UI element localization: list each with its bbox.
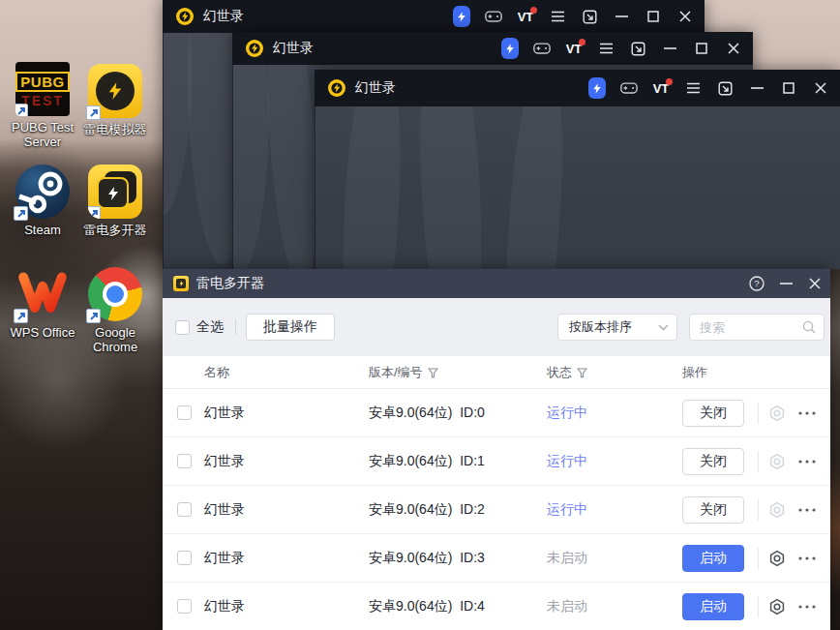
start-stop-button[interactable]: 启动 bbox=[682, 593, 744, 620]
ldplayer-logo-icon bbox=[245, 39, 264, 58]
gamepad-icon[interactable] bbox=[620, 77, 638, 99]
vt-indicator[interactable]: VT bbox=[517, 6, 534, 27]
shortcut-arrow-icon bbox=[86, 105, 101, 120]
more-options-icon[interactable] bbox=[797, 550, 819, 567]
close-icon[interactable] bbox=[807, 274, 823, 293]
sort-dropdown[interactable]: 按版本排序 bbox=[557, 314, 677, 341]
boost-icon[interactable] bbox=[453, 6, 470, 27]
desktop-icon-ld-multi[interactable]: 雷电多开器 bbox=[73, 165, 158, 237]
toolbar-divider bbox=[235, 319, 236, 335]
filter-icon[interactable] bbox=[577, 368, 587, 378]
shortcut-arrow-icon bbox=[15, 104, 28, 116]
boost-icon[interactable] bbox=[588, 77, 606, 99]
close-icon[interactable] bbox=[812, 77, 829, 99]
row-checkbox[interactable] bbox=[177, 405, 192, 420]
lightning-icon bbox=[97, 177, 129, 209]
shrink-window-icon[interactable] bbox=[716, 77, 734, 99]
instance-version: 安卓9.0(64位) ID:4 bbox=[369, 583, 485, 630]
row-checkbox[interactable] bbox=[177, 551, 192, 565]
instance-status: 未启动 bbox=[547, 583, 587, 630]
manager-toolbar: 全选 批量操作 按版本排序 bbox=[163, 298, 830, 356]
instance-version: 安卓9.0(64位) ID:0 bbox=[369, 389, 485, 437]
settings-gear-icon[interactable] bbox=[768, 550, 786, 567]
settings-gear-icon[interactable] bbox=[768, 501, 786, 519]
window-title: 幻世录 bbox=[273, 40, 314, 57]
start-stop-button[interactable]: 关闭 bbox=[682, 400, 744, 427]
vt-indicator[interactable]: VT bbox=[652, 77, 670, 99]
row-checkbox[interactable] bbox=[177, 502, 192, 517]
instance-name: 幻世录 bbox=[204, 389, 245, 437]
menu-icon[interactable] bbox=[597, 38, 615, 59]
emulator-titlebar[interactable]: 幻世录 VT bbox=[315, 70, 840, 106]
start-stop-button[interactable]: 启动 bbox=[682, 545, 744, 572]
instance-status: 运行中 bbox=[547, 437, 587, 486]
emulator-content[interactable] bbox=[315, 106, 840, 269]
search-icon bbox=[802, 320, 816, 334]
row-checkbox[interactable] bbox=[177, 454, 192, 468]
instance-version: 安卓9.0(64位) ID:3 bbox=[369, 534, 485, 583]
instance-version: 安卓9.0(64位) ID:1 bbox=[369, 437, 485, 486]
google-chrome-icon bbox=[88, 267, 142, 321]
ldplayer-logo-icon bbox=[175, 7, 195, 26]
menu-icon[interactable] bbox=[684, 77, 702, 99]
vt-badge bbox=[530, 7, 537, 14]
maximize-icon[interactable] bbox=[780, 77, 797, 99]
more-options-icon[interactable] bbox=[797, 405, 819, 422]
more-options-icon[interactable] bbox=[797, 501, 819, 519]
header-version: 版本/编号 bbox=[369, 356, 438, 389]
help-icon[interactable]: ? bbox=[749, 274, 765, 293]
lightning-icon bbox=[96, 72, 135, 110]
svg-text:?: ? bbox=[754, 278, 759, 288]
settings-gear-icon[interactable] bbox=[768, 598, 786, 615]
window-title: 幻世录 bbox=[203, 8, 244, 25]
settings-gear-icon[interactable] bbox=[768, 453, 786, 470]
shrink-window-icon[interactable] bbox=[629, 38, 646, 59]
search-input[interactable] bbox=[700, 320, 802, 335]
minimize-icon[interactable] bbox=[661, 38, 678, 59]
manager-titlebar[interactable]: 雷电多开器 ? bbox=[163, 269, 830, 298]
instance-name: 幻世录 bbox=[204, 534, 245, 583]
minimize-icon[interactable] bbox=[613, 6, 630, 27]
menu-icon[interactable] bbox=[549, 6, 566, 27]
select-all-checkbox[interactable] bbox=[175, 320, 190, 335]
close-icon[interactable] bbox=[676, 6, 694, 27]
more-options-icon[interactable] bbox=[797, 598, 819, 615]
more-options-icon[interactable] bbox=[797, 453, 819, 470]
wps-office-icon bbox=[15, 267, 70, 321]
boost-icon[interactable] bbox=[501, 38, 519, 59]
maximize-icon[interactable] bbox=[645, 6, 662, 27]
desktop-icon-ldplayer[interactable]: 雷电模拟器 bbox=[73, 64, 158, 136]
instance-row: 幻世录 安卓9.0(64位) ID:2 运行中 关闭 bbox=[163, 486, 830, 534]
filter-icon[interactable] bbox=[428, 368, 438, 378]
desktop-icon-chrome[interactable]: Google Chrome bbox=[73, 267, 158, 355]
desktop-icon-label: 雷电多开器 bbox=[73, 223, 158, 237]
gamepad-icon[interactable] bbox=[485, 6, 502, 27]
start-stop-button[interactable]: 关闭 bbox=[682, 496, 744, 524]
row-checkbox[interactable] bbox=[177, 599, 192, 614]
shortcut-arrow-icon bbox=[14, 206, 28, 221]
search-box[interactable] bbox=[689, 314, 825, 341]
minimize-icon[interactable] bbox=[748, 77, 765, 99]
minimize-icon[interactable] bbox=[778, 274, 794, 293]
emulator-titlebar[interactable]: 幻世录 VT bbox=[232, 32, 753, 65]
vt-badge bbox=[579, 39, 585, 45]
emulator-titlebar[interactable]: 幻世录 VT bbox=[163, 0, 705, 33]
instance-name: 幻世录 bbox=[204, 486, 245, 534]
ld-multi-opener-icon bbox=[88, 165, 142, 219]
select-all-label: 全选 bbox=[196, 318, 224, 336]
batch-operations-button[interactable]: 批量操作 bbox=[246, 314, 335, 341]
gamepad-icon[interactable] bbox=[533, 38, 551, 59]
maximize-icon[interactable] bbox=[693, 38, 710, 59]
start-stop-button[interactable]: 关闭 bbox=[682, 448, 744, 475]
close-icon[interactable] bbox=[725, 38, 742, 59]
header-name: 名称 bbox=[204, 356, 229, 389]
instance-status: 运行中 bbox=[547, 486, 587, 534]
shrink-window-icon[interactable] bbox=[581, 6, 598, 27]
vt-indicator[interactable]: VT bbox=[565, 38, 583, 59]
instance-row: 幻世录 安卓9.0(64位) ID:1 运行中 关闭 bbox=[163, 437, 830, 486]
instance-row: 幻世录 安卓9.0(64位) ID:4 未启动 启动 bbox=[163, 583, 830, 630]
row-divider bbox=[758, 403, 759, 424]
ld-multi-opener-app-icon bbox=[173, 276, 189, 291]
settings-gear-icon[interactable] bbox=[768, 405, 786, 422]
emulator-window-3: 幻世录 VT bbox=[315, 70, 840, 269]
